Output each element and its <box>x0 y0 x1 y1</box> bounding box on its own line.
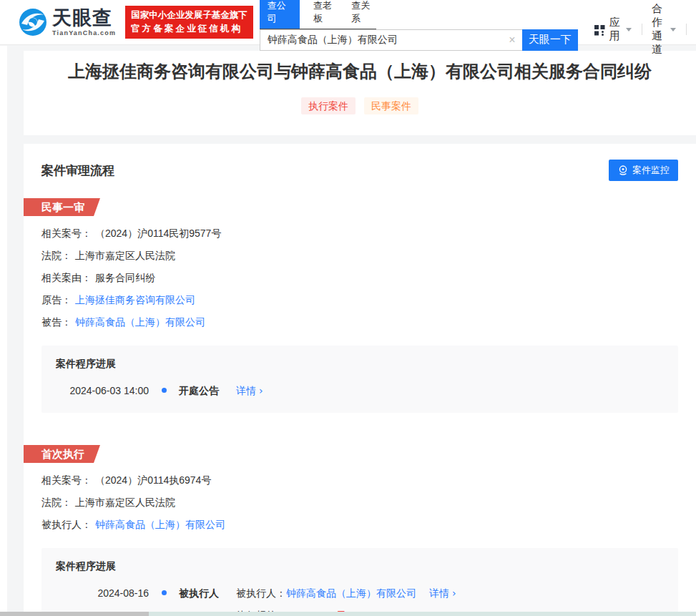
detail-link[interactable]: 详情 › <box>236 385 263 396</box>
progress-event: 开庭公告 <box>179 386 236 396</box>
tianyancha-logo[interactable]: 天眼查 TianYanCha.com <box>19 8 116 36</box>
executee-company-link[interactable]: 钟薛高食品（上海）有限公司 <box>95 519 225 530</box>
progress-date: 2024-06-03 14:00 <box>56 386 149 396</box>
detail-label: 详情 <box>429 587 449 599</box>
field-defendant: 被告：钟薛高食品（上海）有限公司 <box>41 317 678 327</box>
plaintiff-company-link[interactable]: 上海拯佳商务咨询有限公司 <box>75 294 195 305</box>
stage-fields: 相关案号：（2024）沪0114执6974号 法院：上海市嘉定区人民法院 被执行… <box>41 475 678 529</box>
field-label: 原告： <box>41 294 72 305</box>
certification-line2: 官方备案企业征信机构 <box>131 22 247 36</box>
case-title-card: 上海拯佳商务咨询有限公司与钟薛高食品（上海）有限公司相关服务合同纠纷 执行案件 … <box>24 51 696 135</box>
field-label: 相关案号： <box>41 228 92 239</box>
case-tags: 执行案件 民事案件 <box>24 97 696 114</box>
progress-box-civil: 案件程序进展 2024-06-03 14:00 开庭公告 详情 › <box>41 346 678 413</box>
tab-search-company[interactable]: 查公司 <box>260 0 300 29</box>
field-label: 被告： <box>41 316 72 328</box>
scrollbar-track <box>149 612 696 616</box>
brand-domain: TianYanCha.com <box>52 30 116 36</box>
case-monitor-button[interactable]: 案件监控 <box>609 160 678 181</box>
tag-civil-case: 民事案件 <box>364 97 418 114</box>
executee-detail-label: 被执行人： <box>236 587 286 599</box>
brand-name: 天眼查 <box>52 9 116 28</box>
header-nav: 应用 合作通道 <box>594 2 696 57</box>
tag-execution-case: 执行案件 <box>301 97 356 114</box>
field-label: 法院： <box>41 497 72 508</box>
field-value: 上海市嘉定区人民法院 <box>75 250 175 261</box>
field-case-number: 相关案号：（2024）沪0114执6974号 <box>41 475 678 485</box>
field-label: 相关案由： <box>41 272 92 283</box>
partner-channel-menu[interactable]: 合作通道 <box>652 2 675 57</box>
field-value: （2024）沪0114民初9577号 <box>95 228 221 239</box>
search-tabs: 查公司 查老板 查关系 <box>260 0 376 29</box>
defendant-company-link[interactable]: 钟薛高食品（上海）有限公司 <box>75 316 205 328</box>
field-court: 法院：上海市嘉定区人民法院 <box>41 250 678 260</box>
apps-menu[interactable]: 应用 <box>594 16 632 43</box>
case-monitor-label: 案件监控 <box>632 164 670 177</box>
progress-box-execution: 案件程序进展 2024-08-16 被执行人 被执行人：钟薛高食品（上海）有限公… <box>41 548 678 616</box>
apps-label: 应用 <box>609 16 620 43</box>
search-input[interactable] <box>260 29 522 51</box>
executee-detail-company-link[interactable]: 钟薛高食品（上海）有限公司 <box>286 587 416 599</box>
stage-badge-first-execution: 首次执行 <box>24 445 100 463</box>
field-court: 法院：上海市嘉定区人民法院 <box>41 497 678 507</box>
monitor-camera-icon <box>617 165 629 176</box>
progress-event: 被执行人 <box>179 588 236 598</box>
chevron-right-icon: › <box>259 385 263 396</box>
partner-label: 合作通道 <box>652 2 664 57</box>
field-value: 服务合同纠纷 <box>95 272 155 283</box>
progress-title: 案件程序进展 <box>56 561 664 571</box>
tianyancha-logo-icon <box>19 8 47 36</box>
scrollbar-thumb[interactable] <box>0 612 149 616</box>
chevron-right-icon: › <box>452 587 456 599</box>
stage-fields: 相关案号：（2024）沪0114民初9577号 法院：上海市嘉定区人民法院 相关… <box>41 228 678 327</box>
stage-badge-civil-first-trial: 民事一审 <box>24 198 100 216</box>
progress-row: 2024-06-03 14:00 开庭公告 详情 › <box>56 386 664 396</box>
certification-line1: 国家中小企业发展子基金旗下 <box>131 9 247 22</box>
left-edge-strip <box>0 46 7 616</box>
page-title: 上海拯佳商务咨询有限公司与钟薛高食品（上海）有限公司相关服务合同纠纷 <box>24 60 696 82</box>
field-label: 法院： <box>41 250 72 261</box>
field-value: （2024）沪0114执6974号 <box>95 474 211 486</box>
search-block: 查公司 查老板 查关系 × 天眼一下 <box>260 0 578 51</box>
field-label: 相关案号： <box>41 474 92 486</box>
detail-link[interactable]: 详情 › <box>429 587 456 599</box>
case-process-card: 案件审理流程 案件监控 民事一审 相关案号：（2024）沪0114民初9577号… <box>24 144 696 616</box>
field-plaintiff: 原告：上海拯佳商务咨询有限公司 <box>41 295 678 305</box>
progress-title: 案件程序进展 <box>56 358 664 368</box>
tab-search-boss[interactable]: 查老板 <box>313 0 338 29</box>
field-label: 被执行人： <box>41 519 92 530</box>
detail-label: 详情 <box>236 385 256 396</box>
chevron-down-icon <box>626 28 632 31</box>
top-header: 天眼查 TianYanCha.com 国家中小企业发展子基金旗下 官方备案企业征… <box>0 0 696 45</box>
field-value: 上海市嘉定区人民法院 <box>75 497 175 508</box>
progress-date: 2024-08-16 <box>56 588 149 598</box>
tab-search-relation[interactable]: 查关系 <box>351 0 376 29</box>
apps-grid-icon <box>594 24 606 36</box>
search-button[interactable]: 天眼一下 <box>522 29 578 51</box>
field-executee: 被执行人：钟薛高食品（上海）有限公司 <box>41 519 678 529</box>
field-case-number: 相关案号：（2024）沪0114民初9577号 <box>41 228 678 238</box>
clear-search-icon[interactable]: × <box>509 33 515 47</box>
timeline-dot-icon <box>149 588 179 595</box>
section-title: 案件审理流程 <box>41 162 114 179</box>
field-cause: 相关案由：服务合同纠纷 <box>41 273 678 283</box>
timeline-dot-icon <box>149 386 179 393</box>
chevron-down-icon <box>670 28 676 31</box>
certification-badge: 国家中小企业发展子基金旗下 官方备案企业征信机构 <box>125 6 253 39</box>
horizontal-scrollbar[interactable] <box>0 612 696 616</box>
